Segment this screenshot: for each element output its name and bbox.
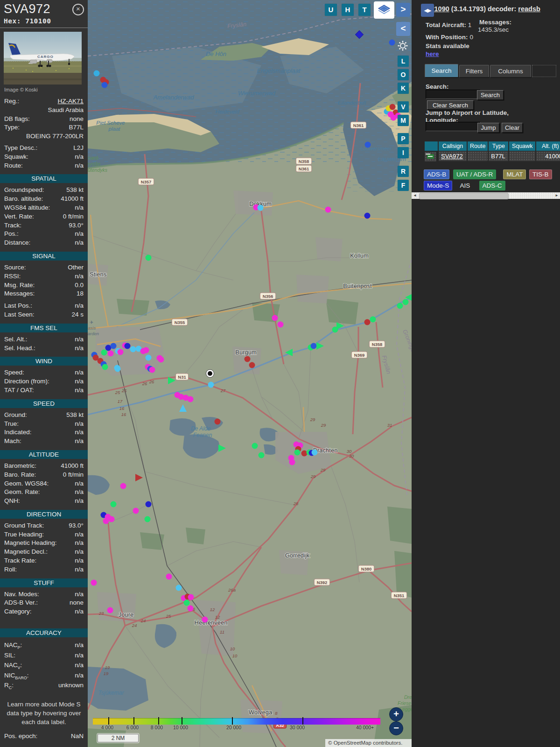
data-row-value[interactable]: HZ-AK71 <box>19 97 84 106</box>
aircraft-marker[interactable] <box>146 255 152 261</box>
tab-filters[interactable]: Filters <box>459 65 489 78</box>
aircraft-marker[interactable] <box>184 600 190 606</box>
aircraft-marker[interactable] <box>272 315 278 321</box>
column-header-Type[interactable]: Type <box>489 141 508 151</box>
table-horizontal-scrollbar[interactable]: ◄ ► <box>412 192 560 199</box>
scroll-left-icon[interactable]: ◄ <box>413 192 417 199</box>
tab-columns[interactable]: Columns <box>490 65 531 78</box>
aircraft-marker[interactable] <box>130 346 136 352</box>
aircraft-marker[interactable] <box>120 483 126 489</box>
aircraft-marker[interactable] <box>365 142 371 148</box>
map-button-v[interactable]: V <box>398 101 409 113</box>
aircraft-photo[interactable]: CARGO <box>4 32 82 85</box>
panel-expand-button[interactable]: > <box>396 3 410 17</box>
aircraft-marker[interactable] <box>125 343 131 349</box>
table-cell[interactable]: B77L <box>489 151 508 161</box>
aircraft-marker[interactable] <box>364 213 371 219</box>
aircraft-marker[interactable] <box>294 450 301 456</box>
aircraft-marker[interactable] <box>312 450 318 456</box>
layer-switcher-button[interactable] <box>374 1 394 19</box>
aircraft-marker[interactable] <box>188 396 194 402</box>
aircraft-marker[interactable] <box>301 451 308 457</box>
aircraft-marker[interactable] <box>258 205 264 211</box>
aircraft-marker[interactable] <box>114 365 120 371</box>
aircraft-marker[interactable] <box>202 617 208 623</box>
map-button-i[interactable]: I <box>398 147 409 158</box>
panel-collapse-button[interactable]: < <box>396 22 410 36</box>
aircraft-marker[interactable] <box>188 606 194 612</box>
aircraft-marker[interactable] <box>252 443 258 449</box>
panel-toggle-icon[interactable]: ◀▶ <box>421 4 434 17</box>
aircraft-marker[interactable] <box>166 574 172 580</box>
aircraft-marker[interactable] <box>145 516 151 522</box>
clear-search-button[interactable]: Clear Search <box>427 100 474 110</box>
map-canvas[interactable]: FryslânDe HônEngelsmanplaatWierumerwadAm… <box>88 0 412 747</box>
search-input[interactable] <box>426 90 481 99</box>
clear-jump-button[interactable]: Clear <box>502 123 523 133</box>
aircraft-marker[interactable] <box>215 419 221 425</box>
aircraft-marker[interactable] <box>364 319 371 325</box>
map-button-t[interactable]: T <box>358 4 371 16</box>
aircraft-marker[interactable] <box>101 350 107 356</box>
map-button-o[interactable]: O <box>398 69 409 80</box>
aircraft-marker[interactable] <box>111 501 117 507</box>
aircraft-marker[interactable] <box>111 343 117 349</box>
aircraft-marker[interactable] <box>403 299 409 305</box>
callsign-link[interactable]: SVA972 <box>439 151 467 161</box>
aircraft-marker[interactable] <box>118 349 124 355</box>
column-header-Alt. (ft)[interactable]: Alt. (ft) <box>536 141 560 151</box>
aircraft-marker[interactable] <box>249 362 255 368</box>
aircraft-marker[interactable] <box>146 355 152 361</box>
aircraft-marker[interactable] <box>311 343 317 349</box>
column-header-icon[interactable] <box>425 141 438 151</box>
aircraft-marker[interactable] <box>149 367 155 373</box>
aircraft-marker[interactable] <box>91 580 97 586</box>
aircraft-marker[interactable] <box>103 518 109 524</box>
table-cell[interactable] <box>509 151 535 161</box>
tab-search[interactable]: Search <box>425 64 458 78</box>
aircraft-marker[interactable] <box>107 607 113 613</box>
aircraft-marker[interactable] <box>188 594 194 600</box>
aircraft-marker[interactable] <box>390 104 396 110</box>
type-filter-ads-b[interactable]: ADS-B <box>424 169 449 179</box>
aircraft-marker[interactable] <box>102 82 108 88</box>
type-filter-ads-c[interactable]: ADS-C <box>479 181 505 190</box>
settings-button[interactable] <box>397 40 409 52</box>
map-button-u[interactable]: U <box>325 4 337 16</box>
table-row[interactable]: SVA972B77L41000 <box>425 151 560 161</box>
table-cell[interactable] <box>468 151 488 161</box>
jump-button[interactable]: Jump <box>477 123 499 133</box>
aircraft-marker[interactable] <box>278 322 284 328</box>
map-button-k[interactable]: K <box>398 83 409 94</box>
aircraft-marker[interactable] <box>158 357 164 363</box>
zoom-in-button[interactable]: + <box>389 707 403 721</box>
aircraft-marker[interactable] <box>389 40 395 46</box>
aircraft-marker[interactable] <box>259 452 265 458</box>
map-button-p[interactable]: P <box>398 133 409 144</box>
jump-input[interactable] <box>426 122 481 131</box>
map-button-l[interactable]: L <box>398 56 409 67</box>
aircraft-marker[interactable] <box>102 364 108 370</box>
h-scrollbar-thumb[interactable] <box>419 193 509 199</box>
aircraft-marker[interactable] <box>208 382 214 388</box>
map-button-f[interactable]: F <box>398 180 409 191</box>
aircraft-marker[interactable] <box>143 347 149 353</box>
readsb-link[interactable]: readsb <box>518 5 540 13</box>
aircraft-marker[interactable] <box>146 501 152 507</box>
close-icon[interactable]: × <box>72 4 84 15</box>
type-filter-uat-ads-r[interactable]: UAT / ADS-R <box>453 169 496 179</box>
column-header-Callsign[interactable]: Callsign <box>439 141 467 151</box>
type-filter-mode-s[interactable]: Mode-S <box>424 181 452 190</box>
aircraft-marker[interactable] <box>108 351 114 357</box>
aircraft-marker[interactable] <box>94 70 100 77</box>
aircraft-marker[interactable] <box>325 207 331 213</box>
aircraft-marker[interactable] <box>370 317 376 323</box>
search-button[interactable]: Search <box>477 90 504 100</box>
type-filter-mlat[interactable]: MLAT <box>503 169 526 179</box>
aircraft-marker[interactable] <box>109 516 115 522</box>
aircraft-marker[interactable] <box>289 459 295 465</box>
aircraft-marker[interactable] <box>133 508 139 514</box>
stats-here-link[interactable]: here <box>426 50 439 57</box>
zoom-out-button[interactable]: − <box>389 721 403 735</box>
map-button-h[interactable]: H <box>342 4 354 16</box>
